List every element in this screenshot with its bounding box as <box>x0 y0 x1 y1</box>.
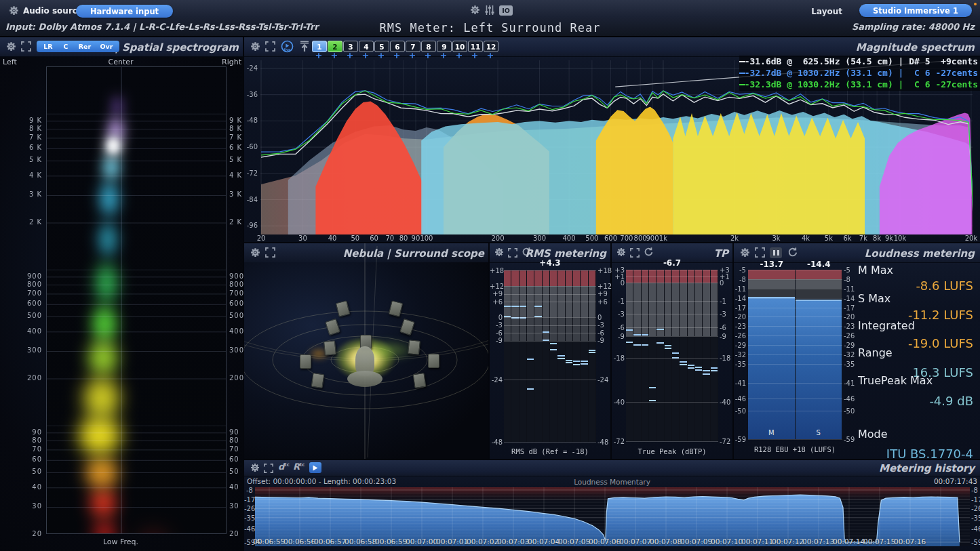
meter-scale-label: -48 <box>597 438 608 446</box>
meter-bar-fill <box>543 340 549 442</box>
audio-source-gear-icon[interactable] <box>8 5 20 17</box>
meter-peak-mark <box>680 361 686 363</box>
meter-scale-label: +18 <box>490 267 503 274</box>
freq-scale-label: 7 K <box>0 134 42 141</box>
io-icon[interactable]: IO <box>499 5 513 16</box>
spectrogram-canvas <box>46 66 227 534</box>
meter-scale-label: +9 <box>597 290 608 298</box>
meter-peak-mark <box>527 359 534 360</box>
meter-scale-label: +6 <box>490 298 503 306</box>
meter-peak-mark <box>695 367 702 368</box>
freq-scale-label: 20 <box>252 234 271 242</box>
meter-area <box>504 270 596 442</box>
loudness-meter: -13.7-14.4MS-5-5-8-8-11-11-14-14-17-17-2… <box>734 243 980 459</box>
rms-meter: +4.3+18+18+12+12+9+9+6+600-3-3-6-6-9-9-2… <box>490 243 610 459</box>
spectrum-plot[interactable]: 1+2+3+4+5+6+7+8+9+10+11+12+-24-36-48-60-… <box>244 37 980 242</box>
freq-scale-label: 6 K <box>229 144 242 151</box>
meter-gridline <box>504 333 596 333</box>
meter-gridline <box>626 270 718 270</box>
freq-scale-label: 20k <box>962 234 980 242</box>
history-time-label: 00:07:10 <box>711 537 743 546</box>
freq-scale-label: 600 <box>229 300 244 307</box>
meter-peak-mark <box>511 306 518 307</box>
spatial-spectrogram-plot[interactable]: LeftCenterRight9 K9 K8 K8 K7 K7 K6 K6 K5… <box>0 56 243 551</box>
analyzer-app: Audio source Hardware input IO Layout St… <box>0 0 980 551</box>
freq-scale-label: 80 <box>0 436 42 444</box>
meter-peak-mark <box>520 306 526 307</box>
meter-scale-label: -72 <box>720 438 730 445</box>
meter-channel-cell <box>581 270 587 442</box>
freq-scale-label: 40 <box>0 483 42 491</box>
loudness-zone <box>796 289 842 298</box>
meter-peak-mark <box>672 352 679 354</box>
channel-button-ovr[interactable]: Ovr <box>94 41 119 52</box>
freq-scale-label: 50 <box>0 468 42 475</box>
loudness-scale-label: -35 <box>844 361 855 368</box>
loudness-scale-label: -17 <box>844 304 855 312</box>
true-peak-panel: TP -6.7+3+3+1+100-1-1-3-3-6-6-9-9-18-18-… <box>612 243 732 459</box>
loudness-gridline <box>748 279 842 280</box>
loudness-scale-label: -20 <box>844 313 855 321</box>
meter-bar-fill <box>680 364 686 441</box>
meter-scale-label: -18 <box>612 354 625 362</box>
loudness-gridline <box>748 317 842 317</box>
meter-gridline <box>626 441 718 442</box>
layout-preset-button[interactable]: Studio Immersive 1 <box>859 4 972 17</box>
freq-scale-label: 3 K <box>229 190 242 198</box>
speaker-cube <box>311 373 325 388</box>
loudness-gridline <box>748 345 842 346</box>
meter-scale-label: -24 <box>597 376 608 384</box>
loudness-scale-label: -59 <box>844 436 855 443</box>
loudness-scale-label: -8 <box>844 276 850 283</box>
history-time-label: 00:07:01 <box>436 537 468 546</box>
meter-scale-label: -3 <box>490 321 503 329</box>
loudness-scale-label: -20 <box>734 313 746 321</box>
meter-peak-mark <box>633 334 640 335</box>
freq-scale-label: 200 <box>488 234 507 242</box>
freq-scale-label: 30 <box>293 234 312 242</box>
history-time-label: 00:07:08 <box>650 537 682 546</box>
meter-channel-cell <box>504 270 511 442</box>
top-bar: Audio source Hardware input IO Layout St… <box>0 0 980 37</box>
freq-scale-label: 70 <box>229 445 239 453</box>
history-scale-label: -35 <box>244 514 253 522</box>
freq-scale-label: 8 K <box>229 125 242 132</box>
freq-scale-label: 4k <box>796 234 815 242</box>
history-timeline[interactable]: Offset: 00:00:00:00 - Length: 00:00:23:0… <box>244 460 980 551</box>
freq-scale-label: 50 <box>229 468 239 475</box>
meter-channel-cell <box>543 270 549 442</box>
history-scale-label: -46 <box>244 525 253 533</box>
meter-peak-mark <box>703 370 709 371</box>
gear-icon[interactable] <box>5 41 18 53</box>
loudness-gridline <box>748 439 842 440</box>
loudness-zone <box>748 279 795 289</box>
meter-bar-fill <box>711 370 718 441</box>
loudness-scale-label: -32 <box>844 351 855 359</box>
meter-channel-cell <box>589 270 595 442</box>
freq-scale-label: 400 <box>0 327 42 335</box>
settings-gear-icon[interactable] <box>469 4 482 16</box>
meter-gridline <box>504 294 596 295</box>
db-scale-label: -96 <box>244 222 258 229</box>
freq-scale-label: 5 K <box>0 156 42 163</box>
meter-max-value: +4.3 <box>504 258 596 268</box>
expand-icon[interactable] <box>21 41 33 54</box>
rms-metering-panel: RMS metering +4.3+18+18+12+12+9+9+6+600-… <box>490 243 610 459</box>
meter-peak-mark <box>711 367 718 369</box>
freq-scale-label: 100 <box>417 234 436 242</box>
meter-bar-fill <box>566 362 572 442</box>
meter-scale-label: -6 <box>612 324 625 331</box>
hardware-input-button[interactable]: Hardware input <box>76 5 173 18</box>
sliders-icon[interactable] <box>484 5 496 17</box>
status-dot <box>974 3 977 5</box>
history-time-label: 00:07:05 <box>558 537 590 546</box>
cursor-readout-line: -32.3dB @ 1030.2Hz (33.1 cm) | C 6 -27ce… <box>745 79 978 89</box>
listener-shoulders <box>347 371 383 387</box>
stat-label-mode: Mode <box>858 428 888 441</box>
freq-scale-label: 9 K <box>229 117 242 124</box>
meter-channel-cell <box>511 270 518 442</box>
axis-label-right: Right <box>222 58 241 66</box>
freq-scale-label: 4 K <box>229 171 242 179</box>
meter-bar-fill <box>557 358 564 442</box>
magnitude-spectrum-panel: live Magnitude spectrum 1+2+3+4+5+6+7+8+… <box>244 37 980 242</box>
